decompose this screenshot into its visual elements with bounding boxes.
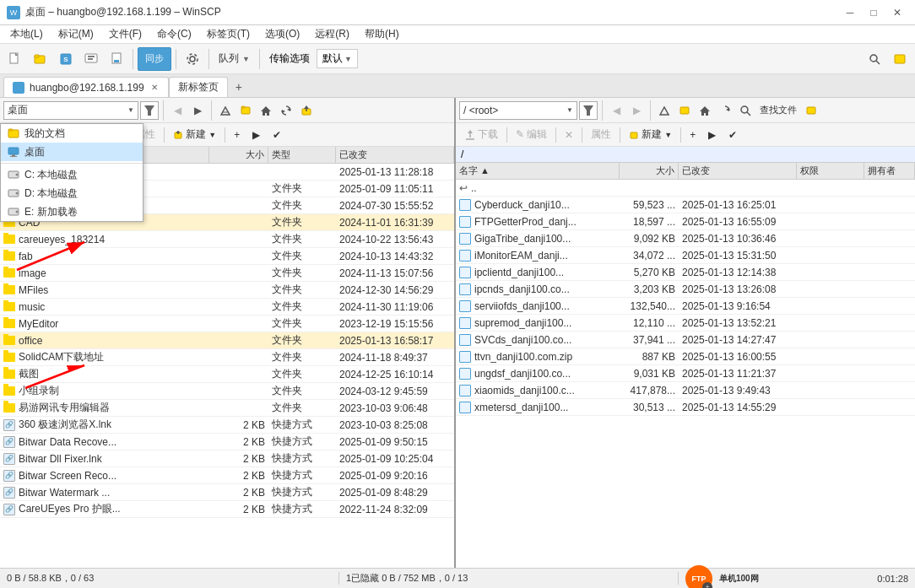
left-refresh-btn[interactable] xyxy=(277,101,295,120)
right-props-btn[interactable]: 属性 xyxy=(585,126,617,144)
minimize-button[interactable]: ─ xyxy=(839,3,861,22)
toolbar-btn-2[interactable] xyxy=(29,47,52,71)
right-col-perms[interactable]: 权限 xyxy=(797,163,864,179)
right-file-row[interactable]: ttvn_danji100.com.zip 887 KB 2025-01-13 … xyxy=(456,348,915,365)
toolbar-btn-5[interactable] xyxy=(105,47,128,71)
right-close-btn[interactable]: ✕ xyxy=(559,126,579,144)
left-file-row[interactable]: careueyes_183214 文件夹 2024-10-22 13:56:43 xyxy=(0,231,454,248)
right-nav-btn-2[interactable] xyxy=(675,101,694,120)
right-home-btn[interactable] xyxy=(696,101,714,120)
maximize-button[interactable]: □ xyxy=(863,3,885,22)
new-tab-button[interactable]: + xyxy=(228,77,250,97)
menu-mark[interactable]: 标记(M) xyxy=(51,25,100,43)
left-new-btn[interactable]: 新建 ▼ xyxy=(167,126,222,144)
dropdown-drive-d[interactable]: D: 本地磁盘 xyxy=(1,184,143,202)
menu-command[interactable]: 命令(C) xyxy=(150,25,198,43)
right-file-row[interactable]: ipclientd_danji100... 5,270 KB 2025-01-1… xyxy=(456,264,915,281)
left-back-button[interactable]: ◀ xyxy=(168,101,187,120)
right-col-owner[interactable]: 拥有者 xyxy=(864,163,915,179)
left-folder-up-btn[interactable] xyxy=(297,101,316,120)
left-nav-btn-1[interactable] xyxy=(216,101,235,120)
left-file-row[interactable]: 易游网讯专用编辑器 文件夹 2023-10-03 9:06:48 xyxy=(0,400,454,417)
menu-file[interactable]: 文件(F) xyxy=(102,25,149,43)
left-file-row[interactable]: 🔗 Bitwar Dll Fixer.lnk 2 KB 快捷方式 2025-01… xyxy=(0,450,454,467)
right-file-row[interactable]: FTPGetterProd_danj... 18,597 ... 2025-01… xyxy=(456,213,915,230)
left-file-row[interactable]: 🔗 CareUEyes Pro 护眼... 2 KB 快捷方式 2022-11-… xyxy=(0,501,454,518)
left-file-row[interactable]: fab 文件夹 2024-10-13 14:43:32 xyxy=(0,248,454,265)
right-upload-btn[interactable]: 下载 xyxy=(459,126,504,144)
left-forward-button[interactable]: ▶ xyxy=(188,101,207,120)
left-file-row[interactable]: SolidCAM下载地址 文件夹 2024-11-18 8:49:37 xyxy=(0,349,454,366)
right-file-row[interactable]: ipcnds_danji100.co... 3,203 KB 2025-01-1… xyxy=(456,281,915,298)
left-col-modified[interactable]: 已改变 xyxy=(336,147,454,163)
right-file-row[interactable]: iMonitorEAM_danji... 34,072 ... 2025-01-… xyxy=(456,247,915,264)
right-file-row[interactable]: SVCds_danji100.co... 37,941 ... 2025-01-… xyxy=(456,332,915,348)
close-button[interactable]: ✕ xyxy=(886,3,908,22)
left-file-row[interactable]: 🔗 Bitwar Screen Reco... 2 KB 快捷方式 2025-0… xyxy=(0,467,454,484)
toolbar-btn-4[interactable] xyxy=(79,47,103,71)
left-file-row[interactable]: 小组录制 文件夹 2024-03-12 9:45:59 xyxy=(0,383,454,400)
right-col-size[interactable]: 大小 xyxy=(620,163,679,179)
right-file-row[interactable]: ↩ .. xyxy=(456,180,915,197)
right-add-btn[interactable]: + xyxy=(684,126,701,144)
left-filter-button[interactable] xyxy=(140,101,159,120)
left-check-btn[interactable]: ✔ xyxy=(267,126,287,144)
menu-remote[interactable]: 远程(R) xyxy=(308,25,356,43)
left-col-type[interactable]: 类型 xyxy=(268,147,336,163)
left-col-size[interactable]: 大小 xyxy=(209,147,268,163)
right-file-row[interactable]: serviiofds_danji100... 132,540... 2025-0… xyxy=(456,298,915,315)
left-address-bar[interactable]: 桌面 ▼ xyxy=(3,101,138,120)
left-add-btn[interactable]: + xyxy=(228,126,246,144)
dropdown-item-mydocs[interactable]: 我的文档 xyxy=(1,124,143,143)
right-file-row[interactable]: Cyberduck_danji10... 59,523 ... 2025-01-… xyxy=(456,197,915,213)
tab-session[interactable]: huangbo@192.168.1.199 ✕ xyxy=(3,77,169,97)
toolbar-btn-extra[interactable] xyxy=(888,47,912,71)
right-forward-button[interactable]: ▶ xyxy=(627,101,646,120)
dropdown-item-desktop[interactable]: 桌面 xyxy=(1,143,143,161)
settings-button[interactable] xyxy=(181,47,204,71)
right-file-row[interactable]: ungdsf_danji100.co... 9,031 KB 2025-01-1… xyxy=(456,365,915,382)
right-filter-button[interactable] xyxy=(579,101,598,120)
left-file-row[interactable]: 🔗 Bitwar Data Recove... 2 KB 快捷方式 2025-0… xyxy=(0,434,454,450)
transfer-dropdown[interactable]: 默认 ▼ xyxy=(317,49,358,68)
right-file-row[interactable]: xiaomids_danji100.c... 417,878... 2025-0… xyxy=(456,382,915,399)
dropdown-drive-e[interactable]: E: 新加载卷 xyxy=(1,202,143,221)
left-more-btn[interactable]: ▶ xyxy=(246,126,266,144)
right-nav-btn-1[interactable] xyxy=(655,101,674,120)
right-file-row[interactable]: GigaTribe_danji100... 9,092 KB 2025-01-1… xyxy=(456,230,915,247)
right-more-btn[interactable]: ▶ xyxy=(702,126,722,144)
left-nav-btn-2[interactable] xyxy=(236,101,255,120)
left-file-row[interactable]: 🔗 Bitwar Watermark ... 2 KB 快捷方式 2025-01… xyxy=(0,484,454,501)
right-col-name[interactable]: 名字 ▲ xyxy=(456,163,620,179)
right-edit-btn[interactable]: ✎ 编辑 xyxy=(510,126,553,144)
right-col-modified[interactable]: 已改变 xyxy=(679,163,797,179)
left-file-row[interactable]: MyEditor 文件夹 2023-12-19 15:15:56 xyxy=(0,316,454,332)
right-file-row[interactable]: supremod_danji100... 12,110 ... 2025-01-… xyxy=(456,315,915,332)
right-new-btn[interactable]: 新建 ▼ xyxy=(623,126,678,144)
right-search-btn[interactable] xyxy=(736,101,755,120)
sync-button[interactable]: 同步 xyxy=(138,47,171,71)
right-address-bar[interactable]: / <root> ▼ xyxy=(459,101,577,120)
left-file-row[interactable]: image 文件夹 2024-11-13 15:07:56 xyxy=(0,265,454,282)
right-refresh-btn[interactable] xyxy=(716,101,734,120)
right-file-row[interactable]: xmetersd_danji100... 30,513 ... 2025-01-… xyxy=(456,399,915,416)
tab-new[interactable]: 新标签页 xyxy=(169,77,228,97)
right-check-btn[interactable]: ✔ xyxy=(723,126,743,144)
dropdown-drive-c[interactable]: C: 本地磁盘 xyxy=(1,165,143,184)
left-file-row[interactable]: 🔗 360 极速浏览器X.lnk 2 KB 快捷方式 2023-10-03 8:… xyxy=(0,417,454,434)
ftp-icon[interactable]: FTP + xyxy=(685,565,712,589)
left-file-row[interactable]: music 文件夹 2024-11-30 11:19:06 xyxy=(0,299,454,316)
menu-options[interactable]: 选项(O) xyxy=(258,25,306,43)
left-file-row[interactable]: office 文件夹 2025-01-13 16:58:17 xyxy=(0,332,454,349)
toolbar-btn-1[interactable] xyxy=(3,47,27,71)
left-home-btn[interactable] xyxy=(257,101,275,120)
right-extra-btn[interactable] xyxy=(802,101,820,120)
right-back-button[interactable]: ◀ xyxy=(607,101,625,120)
menu-local[interactable]: 本地(L) xyxy=(3,25,50,43)
toolbar-btn-3[interactable]: S xyxy=(54,47,78,71)
menu-help[interactable]: 帮助(H) xyxy=(358,25,406,43)
tab-close-button[interactable]: ✕ xyxy=(149,82,160,93)
left-file-row[interactable]: 截图 文件夹 2024-12-25 16:10:14 xyxy=(0,366,454,383)
search-remote-button[interactable] xyxy=(863,47,886,71)
menu-tabs[interactable]: 标签页(T) xyxy=(200,25,257,43)
